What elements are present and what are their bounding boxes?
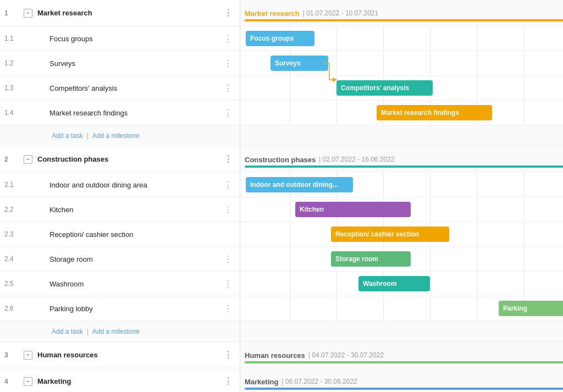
row-num-1-1: 1.1 [4, 35, 22, 42]
gantt-inner: Market research | 01.07.2022 - 10.07.202… [240, 0, 563, 392]
task-row-2-6: 2.6 Parking lobby ⋮ [0, 296, 240, 321]
gantt-row-1-1: Focus groups [240, 26, 563, 51]
row-num-2-5: 2.5 [4, 280, 22, 288]
gantt-row-1-4: Market research findings [240, 101, 563, 125]
dots-menu-2-4[interactable]: ⋮ [222, 254, 235, 264]
row-num-2-6: 2.6 [4, 305, 22, 312]
row-label-3: Human resources [34, 351, 222, 359]
gantt-bar-label-washroom: Washroom [363, 280, 397, 288]
add-task-1[interactable]: Add a task [52, 132, 83, 140]
dep-arrow-1 [323, 57, 345, 84]
row-label-4: Marketing [34, 377, 222, 385]
add-row-2: Add a task | Add a milestone [0, 321, 240, 342]
dots-menu-1-4[interactable]: ⋮ [222, 108, 235, 118]
row-label-2-5: Washroom [34, 280, 222, 288]
dots-menu-2-2[interactable]: ⋮ [222, 205, 235, 215]
add-milestone-1[interactable]: Add a milestone [92, 132, 140, 140]
dots-menu-1-2[interactable]: ⋮ [222, 58, 235, 69]
group-row-3: 3 − Human resources ⋮ [0, 342, 240, 368]
dots-menu-2[interactable]: ⋮ [222, 154, 235, 164]
row-label-2-4: Storage room [34, 255, 222, 263]
row-num-1-4: 1.4 [4, 109, 22, 117]
gantt-label-2: Construction phases | 02.07.2022 - 16.06… [245, 155, 395, 163]
gantt-group-2: Construction phases | 02.07.2022 - 16.06… [240, 146, 563, 173]
task-row-2-5: 2.5 Washroom ⋮ [0, 272, 240, 296]
dots-menu-2-6[interactable]: ⋮ [222, 303, 235, 314]
row-label-2-1: Indoor and outdoor dining area [34, 181, 222, 189]
gantt-row-2-6: Parking [240, 296, 563, 321]
gantt-row-1-3: Competitors' analysis [240, 76, 563, 101]
add-row-1: Add a task | Add a milestone [0, 125, 240, 146]
add-milestone-2[interactable]: Add a milestone [92, 328, 140, 335]
dots-menu-2-1[interactable]: ⋮ [222, 180, 235, 190]
gantt-row-1-2: Surveys [240, 51, 563, 76]
gantt-bar-findings[interactable]: Market research findings [377, 105, 492, 120]
gantt-bar-reception[interactable]: Reception/ cashier section [331, 227, 449, 242]
task-row-1-1: 1.1 Focus groups ⋮ [0, 26, 240, 51]
collapse-icon-3[interactable]: − [22, 351, 34, 360]
sep-1: | [87, 132, 89, 140]
gantt-group-title-4: Marketing [245, 377, 278, 385]
gantt-group-3: Human resources | 04.07.2022 - 30.07.202… [240, 342, 563, 368]
task-row-1-2: 1.2 Surveys ⋮ [0, 51, 240, 76]
gantt-bar-surveys[interactable]: Surveys [271, 56, 328, 71]
gantt-group-dates-2: | 02.07.2022 - 16.06.2022 [319, 156, 394, 163]
gantt-bar-label-findings: Market research findings [381, 109, 459, 117]
row-label-1-4: Market research findings [34, 109, 222, 117]
gantt-bar-washroom[interactable]: Washroom [358, 276, 430, 291]
group-bar-1 [245, 19, 563, 21]
gantt-bar-focus-groups[interactable]: Focus groups [246, 31, 314, 46]
gantt-bar-label-storage: Storage room [335, 255, 378, 263]
group-row-2: 2 − Construction phases ⋮ [0, 146, 240, 173]
row-num-3: 3 [4, 351, 22, 359]
group-bar-3 [245, 361, 563, 363]
collapse-icon-4[interactable]: − [22, 377, 34, 386]
gantt-bar-competitors[interactable]: Competitors' analysis [336, 80, 433, 96]
gantt-bar-label-surveys: Surveys [275, 59, 301, 67]
gantt-group-4: Marketing | 06.07.2022 - 30.08.2022 [240, 368, 563, 392]
task-row-1-3: 1.3 Competitors' analysis ⋮ [0, 76, 240, 101]
task-row-2-3: 2.3 Reception/ cashier section [0, 222, 240, 247]
gantt-bar-label-focus-groups: Focus groups [250, 35, 294, 42]
gantt-bar-dining[interactable]: Indoor and outdoor dining... [246, 177, 353, 192]
task-row-2-1: 2.1 Indoor and outdoor dining area ⋮ [0, 173, 240, 197]
gantt-bar-label-parking: Parking [503, 305, 527, 312]
collapse-icon-2[interactable]: − [22, 155, 34, 164]
gantt-group-dates-3: | 04.07.2022 - 30.07.2022 [308, 351, 384, 359]
row-num-4: 4 [4, 378, 22, 385]
row-num-2-4: 2.4 [4, 255, 22, 263]
dots-menu-3[interactable]: ⋮ [222, 350, 235, 360]
gantt-bar-label-reception: Reception/ cashier section [335, 230, 419, 238]
task-row-1-4: 1.4 Market research findings ⋮ [0, 101, 240, 125]
row-label-2-3: Reception/ cashier section [34, 230, 235, 239]
gantt-label-4: Marketing | 06.07.2022 - 30.08.2022 [245, 377, 357, 385]
group-row-1: 1 − Market research ⋮ [0, 0, 240, 26]
row-label-2: Construction phases [34, 155, 222, 163]
gantt-group-title-2: Construction phases [245, 155, 316, 163]
gantt-row-2-3: Reception/ cashier section [240, 222, 563, 247]
app-container: 1 − Market research ⋮ 1.1 Focus groups ⋮… [0, 0, 563, 392]
add-task-2[interactable]: Add a task [52, 328, 83, 335]
dots-menu-4[interactable]: ⋮ [222, 376, 235, 387]
dots-menu-1-3[interactable]: ⋮ [222, 83, 235, 93]
sep-2: | [87, 328, 89, 335]
row-label-1-1: Focus groups [34, 35, 222, 43]
row-num-2-1: 2.1 [4, 181, 22, 189]
gantt-row-2-4: Storage room [240, 247, 563, 272]
dots-menu-1-1[interactable]: ⋮ [222, 34, 235, 44]
group-row-4: 4 − Marketing ⋮ [0, 368, 240, 392]
gantt-bar-parking[interactable]: Parking [499, 301, 563, 316]
collapse-icon-1[interactable]: − [22, 9, 34, 18]
gantt-row-2-1: Indoor and outdoor dining... [240, 173, 563, 197]
dots-menu-1[interactable]: ⋮ [222, 8, 235, 18]
gantt-group-title-3: Human resources [245, 351, 305, 359]
row-num-2: 2 [4, 156, 22, 163]
gantt-label-1: Market research | 01.07.2022 - 10.07.202… [245, 9, 378, 17]
gantt-bar-label-kitchen: Kitchen [300, 206, 324, 213]
gantt-bar-kitchen[interactable]: Kitchen [295, 202, 411, 217]
gantt-group-1: Market research | 01.07.2022 - 10.07.202… [240, 0, 563, 26]
gantt-bar-storage[interactable]: Storage room [331, 251, 411, 267]
row-num-2-3: 2.3 [4, 230, 22, 238]
dots-menu-2-5[interactable]: ⋮ [222, 279, 235, 289]
row-label-1: Market research [34, 9, 222, 17]
